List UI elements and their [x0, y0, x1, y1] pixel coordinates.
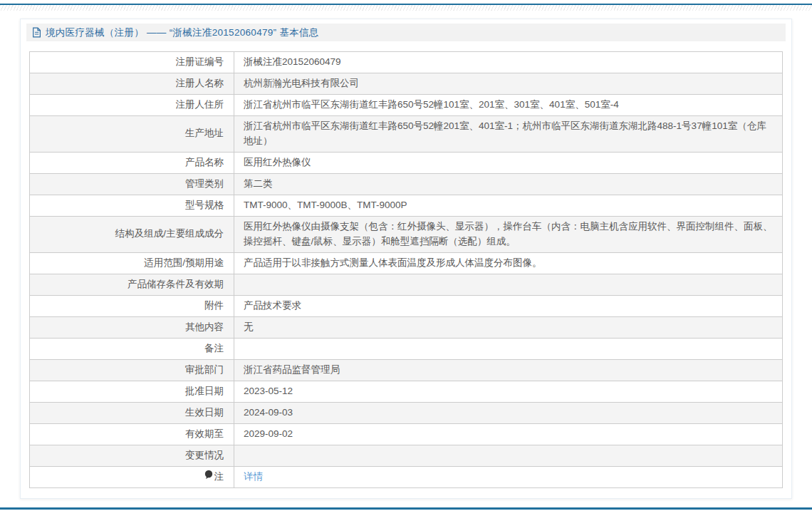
- row-label: 注册证编号: [30, 52, 234, 73]
- row-label: 生产地址: [30, 116, 234, 153]
- note-balloon-icon: [204, 470, 213, 485]
- table-row: 结构及组成/主要组成成分 医用红外热像仪由摄像支架（包含：红外摄像头、显示器），…: [30, 216, 783, 252]
- row-value: [234, 445, 783, 466]
- row-label: 注: [214, 470, 224, 485]
- row-label: 型号规格: [30, 195, 234, 216]
- row-label: 适用范围/预期用途: [30, 252, 234, 274]
- table-row: 变更情况: [30, 445, 783, 466]
- table-row: 产品名称 医用红外热像仪: [30, 152, 783, 173]
- row-label: 变更情况: [30, 445, 234, 466]
- table-row: 附件 产品技术要求: [30, 295, 783, 316]
- row-value: 产品技术要求: [234, 295, 783, 316]
- table-row: 其他内容 无: [30, 316, 783, 338]
- table-row: 注册人名称 杭州新瀚光电科技有限公司: [30, 73, 783, 95]
- hatch-pattern-band: [0, 5, 812, 11]
- row-value: 医用红外热像仪由摄像支架（包含：红外摄像头、显示器），操作台车（内含：电脑主机含…: [234, 216, 783, 252]
- page-title-bar: 境内医疗器械（注册） —— “浙械注准20152060479” 基本信息: [26, 24, 786, 41]
- row-value: 浙江省杭州市临平区东湖街道红丰路650号52幢201室、401室-1；杭州市临平…: [234, 116, 783, 153]
- table-row: 适用范围/预期用途 产品适用于以非接触方式测量人体表面温度及形成人体温度分布图像…: [30, 252, 783, 274]
- row-value: 浙江省药品监督管理局: [234, 359, 783, 381]
- row-value: 浙江省杭州市临平区东湖街道红丰路650号52幢101室、201室、301室、40…: [234, 95, 783, 116]
- details-link[interactable]: 详情: [244, 471, 263, 482]
- row-label: 审批部门: [30, 359, 234, 381]
- row-value: 2023-05-12: [234, 381, 783, 402]
- row-label: 产品名称: [30, 152, 234, 173]
- row-value: 2029-09-02: [234, 423, 783, 445]
- document-icon: [32, 27, 41, 38]
- row-label: 有效期至: [30, 423, 234, 445]
- table-row: 注册人住所 浙江省杭州市临平区东湖街道红丰路650号52幢101室、201室、3…: [30, 95, 783, 116]
- row-label: 备注: [30, 338, 234, 359]
- row-label: 注册人名称: [30, 73, 234, 95]
- row-value: 2024-09-03: [234, 402, 783, 423]
- row-label: 其他内容: [30, 316, 234, 338]
- row-value: 医用红外热像仪: [234, 152, 783, 173]
- table-row: 注册证编号 浙械注准20152060479: [30, 52, 783, 73]
- table-row: 备注: [30, 338, 783, 359]
- table-row: 管理类别 第二类: [30, 173, 783, 195]
- table-row: 审批部门 浙江省药品监督管理局: [30, 359, 783, 381]
- table-row: 有效期至 2029-09-02: [30, 423, 783, 445]
- row-value: 无: [234, 316, 783, 338]
- row-label: 注册人住所: [30, 95, 234, 116]
- row-label: 产品储存条件及有效期: [30, 274, 234, 295]
- row-value: [234, 274, 783, 295]
- table-row: 生产地址 浙江省杭州市临平区东湖街道红丰路650号52幢201室、401室-1；…: [30, 116, 783, 153]
- row-label: 批准日期: [30, 381, 234, 402]
- page-title: 境内医疗器械（注册） —— “浙械注准20152060479” 基本信息: [46, 26, 319, 39]
- table-row: 生效日期 2024-09-03: [30, 402, 783, 423]
- registration-info-table: 注册证编号 浙械注准20152060479 注册人名称 杭州新瀚光电科技有限公司…: [29, 51, 783, 488]
- row-value: 产品适用于以非接触方式测量人体表面温度及形成人体温度分布图像。: [234, 252, 783, 274]
- row-value: [234, 338, 783, 359]
- bottom-accent-line: [0, 507, 812, 510]
- row-label: 管理类别: [30, 173, 234, 195]
- row-value: 浙械注准20152060479: [234, 52, 783, 73]
- row-value: 第二类: [234, 173, 783, 195]
- row-value: 杭州新瀚光电科技有限公司: [234, 73, 783, 95]
- row-value: TMT-9000、TMT-9000B、TMT-9000P: [234, 195, 783, 216]
- table-row: 型号规格 TMT-9000、TMT-9000B、TMT-9000P: [30, 195, 783, 216]
- row-label: 附件: [30, 295, 234, 316]
- row-label: 生效日期: [30, 402, 234, 423]
- content-panel: 境内医疗器械（注册） —— “浙械注准20152060479” 基本信息 注册证…: [20, 19, 792, 499]
- table-row: 产品储存条件及有效期: [30, 274, 783, 295]
- table-row-note: 注 详情: [30, 466, 783, 487]
- table-row: 批准日期 2023-05-12: [30, 381, 783, 402]
- row-label: 结构及组成/主要组成成分: [30, 216, 234, 252]
